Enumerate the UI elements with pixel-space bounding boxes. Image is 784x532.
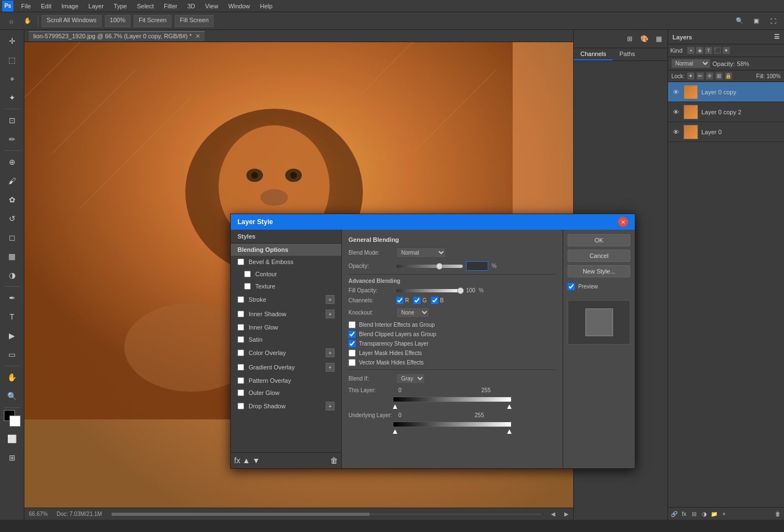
this-layer-handle-left[interactable] [393,404,397,409]
transparency-shapes-checkbox[interactable] [348,340,356,347]
layer-item-1[interactable]: 👁 Layer 0 copy 2 [668,102,784,122]
bevel-emboss-item[interactable]: Bevel & Emboss [231,256,341,268]
menu-type[interactable]: Type [109,2,131,11]
filter-smart-icon[interactable]: ✦ [722,47,730,54]
lock-artboard-icon[interactable]: ⊞ [715,72,723,80]
home-icon[interactable]: ⌂ [4,14,18,28]
lock-all-icon[interactable]: 🔒 [725,72,732,80]
menu-view[interactable]: View [201,2,223,11]
add-mask-icon[interactable]: ⊟ [690,510,698,518]
zoom-tool[interactable]: 🔍 [3,387,21,405]
eraser-tool[interactable]: ◻ [3,229,21,246]
opacity-form-input[interactable]: 68 [466,261,488,271]
blend-mode-select[interactable]: Normal [671,59,710,68]
screen-mode-icon[interactable]: ⛶ [766,14,780,28]
close-tab-icon[interactable]: ✕ [195,33,200,40]
fill-opacity-slider[interactable] [396,289,463,292]
clone-stamp-tool[interactable]: ✿ [3,191,21,209]
channel-g-checkbox[interactable] [413,297,421,304]
contour-item[interactable]: Contour [231,268,341,280]
outer-glow-checkbox[interactable] [237,389,244,396]
crop-tool[interactable]: ⊡ [3,112,21,129]
drop-shadow-item[interactable]: Drop Shadow + [231,399,341,413]
menu-help[interactable]: Help [256,2,277,11]
color-icon[interactable]: 🎨 [638,32,651,45]
stroke-item[interactable]: Stroke + [231,292,341,307]
menu-edit[interactable]: Edit [37,2,56,11]
blend-clipped-checkbox[interactable] [348,331,356,338]
color-overlay-add-btn[interactable]: + [326,348,335,357]
shape-tool[interactable]: ▭ [3,346,21,363]
canvas-tab-item[interactable]: lion-5799523_1920.jpg @ 66.7% (Layer 0 c… [29,31,205,41]
move-down-icon[interactable]: ▼ [252,456,260,465]
fill-opacity-thumb[interactable] [457,287,464,294]
hand-tool[interactable]: ✋ [3,368,21,386]
new-layer-icon[interactable]: + [720,510,728,518]
texture-item[interactable]: Texture [231,280,341,292]
hand-tool-icon[interactable]: ✋ [21,14,34,28]
channel-g[interactable]: G [413,297,427,304]
underlying-handle-left[interactable] [393,429,397,434]
satin-item[interactable]: Satin [231,333,341,346]
pattern-overlay-checkbox[interactable] [237,377,244,384]
layer-item-0[interactable]: 👁 Layer 0 copy [668,82,784,102]
texture-checkbox[interactable] [244,283,251,290]
marquee-tool[interactable]: ⬚ [3,51,21,69]
filter-adj-icon[interactable]: ◈ [696,47,704,54]
tab-paths[interactable]: Paths [613,48,641,60]
menu-3d[interactable]: 3D [183,2,200,11]
background-color[interactable] [9,416,21,427]
delete-style-icon[interactable]: 🗑 [330,456,338,465]
blend-if-select[interactable]: Gray [396,373,425,384]
knockout-select[interactable]: None [396,307,429,318]
lock-position-icon[interactable]: ✛ [706,72,714,80]
color-overlay-checkbox[interactable] [237,349,244,356]
filter-pixel-icon[interactable]: ▪ [687,47,695,54]
pen-tool[interactable]: ✒ [3,289,21,307]
eyedropper-tool[interactable]: ✏ [3,130,21,148]
gradient-overlay-item[interactable]: Gradient Overlay + [231,360,341,374]
layer-mask-checkbox[interactable] [348,349,356,357]
fx-icon[interactable]: fx [234,456,240,465]
bevel-emboss-checkbox[interactable] [237,259,244,265]
move-tool[interactable]: ✛ [3,32,21,50]
dodge-tool[interactable]: ◑ [3,266,21,284]
underlying-handle-right[interactable] [507,429,512,434]
search-icon[interactable]: 🔍 [733,14,746,28]
delete-layer-icon[interactable]: 🗑 [774,510,782,518]
inner-glow-item[interactable]: Inner Glow [231,321,341,333]
channel-b-checkbox[interactable] [431,297,438,304]
zoom-btn[interactable]: 100% [105,15,130,27]
menu-image[interactable]: Image [57,2,83,11]
blending-options-item[interactable]: Blending Options [231,244,341,256]
scroll-all-windows-btn[interactable]: Scroll All Windows [42,15,102,27]
history-brush-tool[interactable]: ↺ [3,210,21,227]
layer-effects-icon[interactable]: fx [680,510,688,518]
quick-mask-mode[interactable]: ⬜ [3,430,21,448]
tab-channels[interactable]: Channels [574,48,613,60]
link-layers-icon[interactable]: 🔗 [670,510,678,518]
blend-interior-checkbox[interactable] [348,321,356,328]
path-selection-tool[interactable]: ▶ [3,327,21,344]
color-swatches[interactable] [4,410,21,427]
text-tool[interactable]: T [3,308,21,326]
inner-shadow-add-btn[interactable]: + [326,310,335,318]
drop-shadow-checkbox[interactable] [237,403,244,409]
blend-mode-form-select[interactable]: Normal [396,247,446,258]
menu-window[interactable]: Window [224,2,254,11]
stroke-checkbox[interactable] [237,296,244,303]
opacity-slider-thumb[interactable] [436,263,443,270]
new-style-btn[interactable]: New Style... [568,265,630,277]
nav-prev[interactable]: ◀ [551,511,555,517]
gradient-overlay-add-btn[interactable]: + [326,363,335,372]
drop-shadow-add-btn[interactable]: + [326,402,335,411]
fill-screen-btn[interactable]: Fill Screen [175,15,214,27]
inner-shadow-item[interactable]: Inner Shadow + [231,307,341,321]
inner-shadow-checkbox[interactable] [237,311,244,317]
eye-icon-1[interactable]: 👁 [671,108,680,116]
preview-checkbox[interactable] [568,283,575,290]
pattern-overlay-item[interactable]: Pattern Overlay [231,374,341,387]
layer-item-2[interactable]: 👁 Layer 0 [668,122,784,142]
opacity-value[interactable]: 58% [737,60,749,67]
arrange-windows-icon[interactable]: ▣ [750,14,763,28]
